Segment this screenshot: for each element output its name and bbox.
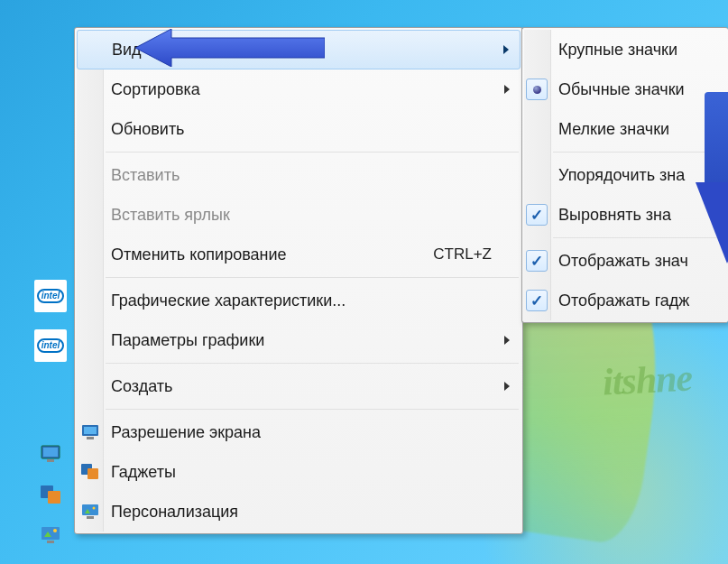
menu-shortcut: CTRL+Z bbox=[433, 245, 492, 264]
menu-separator bbox=[106, 363, 519, 364]
menu-item-gadgets[interactable]: Гаджеты bbox=[77, 452, 521, 492]
svg-point-6 bbox=[53, 529, 57, 532]
submenu-arrow-icon bbox=[504, 336, 510, 345]
checkmark-icon: ✓ bbox=[530, 208, 543, 223]
menu-item-graphics-props[interactable]: Графические характеристики... bbox=[77, 281, 521, 320]
menu-separator bbox=[106, 152, 519, 153]
menu-label: Сортировка bbox=[111, 80, 510, 99]
menu-item-undo-copy[interactable]: Отменить копирование CTRL+Z bbox=[77, 235, 521, 274]
gadget-icon bbox=[41, 485, 60, 504]
menu-separator bbox=[106, 277, 519, 278]
menu-item-sort[interactable]: Сортировка bbox=[77, 69, 521, 109]
gadgets-icon bbox=[80, 462, 100, 482]
menu-item-refresh[interactable]: Обновить bbox=[77, 109, 521, 149]
svg-rect-10 bbox=[87, 437, 94, 439]
menu-label: Параметры графики bbox=[111, 331, 510, 350]
svg-marker-17 bbox=[696, 182, 728, 264]
submenu-arrow-icon bbox=[504, 85, 510, 94]
check-indicator: ✓ bbox=[526, 250, 548, 272]
svg-rect-5 bbox=[41, 527, 60, 540]
submenu-item-large-icons[interactable]: Крупные значки bbox=[524, 30, 726, 69]
menu-item-view[interactable]: Вид bbox=[77, 30, 521, 69]
menu-label: Создать bbox=[111, 377, 510, 396]
desktop-icon-intel-2[interactable]: intel bbox=[34, 329, 67, 362]
submenu-arrow-icon bbox=[504, 382, 510, 391]
personalize-icon bbox=[41, 526, 60, 544]
menu-item-graphics-params[interactable]: Параметры графики bbox=[77, 320, 521, 360]
menu-label: Гаджеты bbox=[111, 463, 510, 482]
svg-rect-1 bbox=[43, 448, 58, 457]
checkmark-icon: ✓ bbox=[530, 254, 543, 269]
svg-rect-2 bbox=[47, 459, 54, 462]
radio-indicator bbox=[526, 79, 548, 100]
watermark-text: itshne bbox=[602, 356, 693, 403]
svg-rect-9 bbox=[84, 427, 97, 434]
menu-separator bbox=[106, 409, 519, 410]
svg-rect-4 bbox=[48, 491, 60, 504]
checkmark-icon: ✓ bbox=[530, 293, 543, 309]
desktop-icon-intel-1[interactable]: intel bbox=[34, 280, 67, 312]
check-indicator: ✓ bbox=[526, 204, 548, 226]
menu-label: Вид bbox=[112, 41, 509, 60]
menu-label: Персонализация bbox=[111, 503, 510, 522]
menu-item-resolution[interactable]: Разрешение экрана bbox=[77, 412, 521, 452]
menu-label: Обновить bbox=[111, 120, 510, 139]
menu-label: Отменить копирование bbox=[111, 245, 433, 264]
desktop-icon-4[interactable] bbox=[34, 478, 67, 511]
svg-point-14 bbox=[93, 507, 96, 510]
menu-item-paste: Вставить bbox=[77, 155, 521, 195]
svg-rect-13 bbox=[82, 504, 98, 515]
svg-rect-7 bbox=[47, 541, 54, 543]
menu-label: Разрешение экрана bbox=[111, 423, 510, 442]
intel-logo-icon: intel bbox=[37, 289, 65, 303]
context-menu-main: Вид Сортировка Обновить Вставить Вставит… bbox=[74, 27, 523, 534]
desktop-icon-3[interactable] bbox=[34, 438, 67, 470]
personalization-icon bbox=[80, 502, 100, 522]
menu-label: Вставить ярлык bbox=[111, 206, 510, 225]
menu-item-paste-shortcut: Вставить ярлык bbox=[77, 195, 521, 235]
menu-label: Отображать гадж bbox=[558, 291, 715, 310]
svg-rect-15 bbox=[87, 516, 94, 519]
check-indicator: ✓ bbox=[526, 290, 548, 311]
annotation-arrow-right bbox=[677, 92, 728, 291]
menu-item-personalization[interactable]: Персонализация bbox=[77, 492, 521, 532]
svg-rect-12 bbox=[88, 468, 98, 479]
menu-item-new[interactable]: Создать bbox=[77, 366, 521, 406]
monitor-icon bbox=[41, 445, 60, 463]
intel-logo-icon: intel bbox=[37, 338, 65, 353]
display-resolution-icon bbox=[80, 422, 100, 442]
menu-label: Графические характеристики... bbox=[111, 291, 510, 310]
desktop-icon-5[interactable] bbox=[34, 519, 67, 551]
radio-dot-icon bbox=[533, 86, 541, 94]
menu-label: Вставить bbox=[111, 166, 510, 185]
menu-label: Крупные значки bbox=[558, 41, 715, 60]
submenu-arrow-icon bbox=[503, 45, 509, 54]
